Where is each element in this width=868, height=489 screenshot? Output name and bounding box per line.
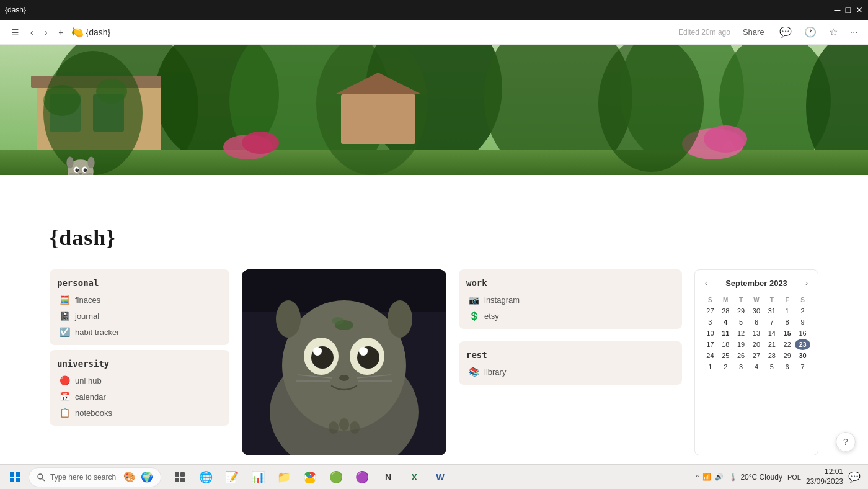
calendar-day[interactable]: 27 <box>749 350 764 361</box>
calendar-day[interactable]: 30 <box>795 350 810 361</box>
university-title: university <box>57 355 222 372</box>
start-button[interactable] <box>2 467 27 487</box>
calendar-prev-button[interactable]: ‹ <box>702 277 710 289</box>
calendar-day[interactable]: 18 <box>718 339 733 350</box>
taskbar-chrome[interactable] <box>298 466 322 488</box>
calendar-day[interactable]: 20 <box>749 339 764 350</box>
taskbar-excel[interactable]: 📊 <box>246 466 270 488</box>
calendar-day[interactable]: 5 <box>764 361 779 372</box>
calendar-day[interactable]: 17 <box>702 339 718 350</box>
university-item-calendar[interactable]: 📅 calendar <box>57 388 222 405</box>
finances-label: finaces <box>75 295 100 305</box>
calendar-day[interactable]: 5 <box>733 316 749 328</box>
calendar-day[interactable]: 15 <box>779 328 795 339</box>
rest-item-library[interactable]: 📚 library <box>466 364 675 380</box>
favorite-button[interactable]: ☆ <box>826 24 840 40</box>
habit-tracker-icon: ☑️ <box>60 327 70 337</box>
history-button[interactable]: 🕐 <box>802 24 819 40</box>
calendar-day[interactable]: 14 <box>764 328 779 339</box>
taskbar-notion[interactable]: N <box>376 466 401 488</box>
maximize-button[interactable]: □ <box>846 5 851 15</box>
more-button[interactable]: ··· <box>848 24 861 40</box>
svg-point-50 <box>388 300 412 338</box>
personal-item-habit-tracker[interactable]: ☑️ habit tracker <box>57 324 222 340</box>
calendar-widget: ‹ September 2023 › S M T W T F S <box>694 269 818 455</box>
university-item-notebooks[interactable]: 📋 notebooks <box>57 405 222 421</box>
calendar-day[interactable]: 2 <box>795 305 810 316</box>
systray-arrow[interactable]: ^ <box>696 473 699 481</box>
calendar-day[interactable]: 31 <box>764 305 779 316</box>
calendar-day[interactable]: 7 <box>795 361 810 372</box>
university-section: university 🔴 uni hub 📅 calendar 📋 notebo… <box>50 350 229 426</box>
taskbar-datetime[interactable]: 12:01 23/09/2023 <box>806 467 843 487</box>
network-icon: 📶 <box>702 473 711 481</box>
taskbar-app7[interactable]: 🟣 <box>350 466 374 488</box>
calendar-day[interactable]: 27 <box>702 305 718 316</box>
close-button[interactable]: ✕ <box>856 5 863 15</box>
calendar-day[interactable]: 26 <box>733 350 749 361</box>
calendar-day[interactable]: 28 <box>764 350 779 361</box>
help-button[interactable]: ? <box>836 432 856 452</box>
calendar-day[interactable]: 12 <box>733 328 749 339</box>
calendar-day[interactable]: 19 <box>733 339 749 350</box>
minimize-button[interactable]: ─ <box>835 5 841 15</box>
personal-item-journal[interactable]: 📓 journal <box>57 308 222 324</box>
comment-button[interactable]: 💬 <box>777 24 794 40</box>
forward-button[interactable]: › <box>41 25 51 40</box>
calendar-day[interactable]: 1 <box>779 305 795 316</box>
svg-rect-71 <box>10 478 14 482</box>
weekday-m: M <box>718 295 733 305</box>
calendar-day[interactable]: 30 <box>749 305 764 316</box>
taskbar-explorer[interactable]: 📁 <box>272 466 296 488</box>
calendar-day[interactable]: 29 <box>733 305 749 316</box>
calendar-day[interactable]: 4 <box>749 361 764 372</box>
calendar-day[interactable]: 29 <box>779 350 795 361</box>
calendar-day[interactable]: 8 <box>779 316 795 328</box>
share-button[interactable]: Share <box>738 25 769 39</box>
calendar-day[interactable]: 7 <box>764 316 779 328</box>
calendar-day[interactable]: 16 <box>795 328 810 339</box>
calendar-day[interactable]: 6 <box>779 361 795 372</box>
calendar-day[interactable]: 11 <box>718 328 733 339</box>
taskbar-spotify[interactable]: 🟢 <box>324 466 348 488</box>
calendar-day[interactable]: 28 <box>718 305 733 316</box>
taskbar-excel2[interactable]: X <box>402 466 427 488</box>
calendar-day[interactable]: 4 <box>718 316 733 328</box>
notebooks-label: notebooks <box>75 408 112 418</box>
calendar-day[interactable]: 2 <box>718 361 733 372</box>
calendar-day[interactable]: 3 <box>702 316 718 328</box>
calendar-day[interactable]: 23 <box>795 339 810 350</box>
calendar-day[interactable]: 1 <box>702 361 718 372</box>
weekday-t1: T <box>733 295 749 305</box>
calendar-day[interactable]: 10 <box>702 328 718 339</box>
calendar-day[interactable]: 22 <box>779 339 795 350</box>
calendar-day[interactable]: 25 <box>718 350 733 361</box>
taskbar-search[interactable]: Type here to search 🎨 🌍 <box>29 467 161 487</box>
svg-rect-23 <box>341 94 415 144</box>
calendar-day[interactable]: 3 <box>733 361 749 372</box>
calendar-next-button[interactable]: › <box>803 277 810 289</box>
calendar-day[interactable]: 9 <box>795 316 810 328</box>
taskbar-word2[interactable]: W <box>428 466 453 488</box>
taskview-button[interactable] <box>167 466 192 488</box>
calendar-day[interactable]: 21 <box>764 339 779 350</box>
calendar-day[interactable]: 24 <box>702 350 718 361</box>
totoro-icon <box>56 151 105 175</box>
language-indicator: POL <box>787 473 801 481</box>
notification-button[interactable]: 💬 <box>848 471 861 483</box>
toolbar-right: Edited 20m ago Share 💬 🕐 ☆ ··· <box>678 24 861 40</box>
personal-item-finances[interactable]: 🧮 finaces <box>57 292 222 308</box>
back-button[interactable]: ‹ <box>27 25 37 40</box>
taskbar-edge[interactable]: 🌐 <box>193 466 218 488</box>
calendar-day[interactable]: 13 <box>749 328 764 339</box>
university-item-uni-hub[interactable]: 🔴 uni hub <box>57 372 222 388</box>
calendar-header: ‹ September 2023 › <box>702 277 810 289</box>
taskbar-word[interactable]: 📝 <box>219 466 244 488</box>
calendar-day[interactable]: 6 <box>749 316 764 328</box>
work-item-etsy[interactable]: 💲 etsy <box>466 308 675 324</box>
new-page-button[interactable]: + <box>55 25 67 40</box>
svg-point-31 <box>66 156 73 168</box>
sidebar-toggle-button[interactable]: ☰ <box>7 25 23 40</box>
journal-icon: 📓 <box>60 311 70 321</box>
work-item-instagram[interactable]: 📷 instagram <box>466 292 675 308</box>
